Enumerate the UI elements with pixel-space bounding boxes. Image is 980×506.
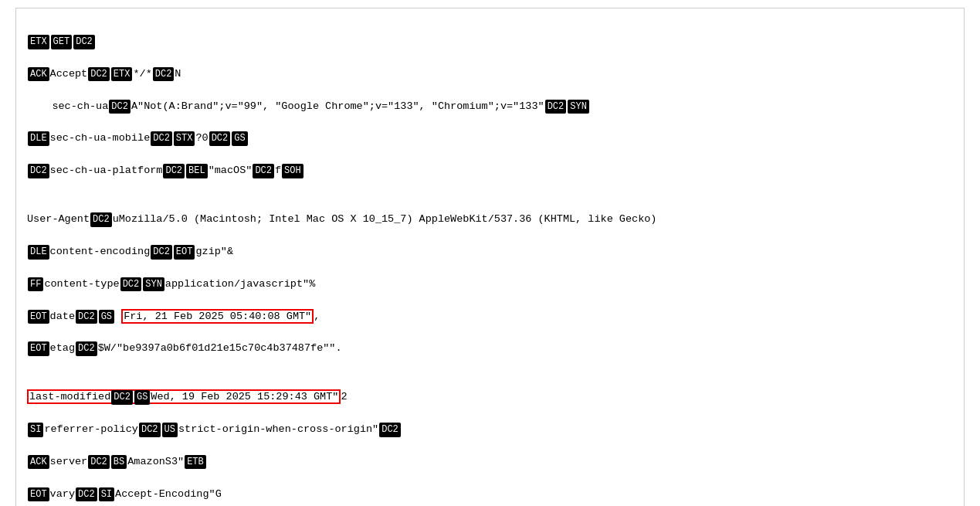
badge-dc2-9: DC2 [163,164,185,178]
highlight-last-modified: last-modifiedDC2GSWed, 19 Feb 2025 15:29… [27,389,341,404]
code-block: ETXGETDC2 ACKAcceptDC2ETX*/*DC2N sec-ch-… [15,8,965,506]
badge-dc2-18: DC2 [379,423,401,437]
badge-dc2-12: DC2 [151,245,172,260]
badge-ff: FF [28,277,43,292]
badge-dc2-4: DC2 [109,100,131,114]
badge-ack-2: ACK [28,455,49,470]
badge-dle-2: DLE [28,245,49,260]
badge-eot-4: EOT [28,487,49,502]
badge-dc2-5: DC2 [545,100,567,114]
badge-syn-2: SYN [143,277,164,292]
badge-gs-3: GS [134,390,150,405]
badge-dc2-1: DC2 [73,35,95,49]
badge-dc2-14: DC2 [76,310,97,324]
badge-dc2-17: DC2 [139,423,161,437]
badge-eot: EOT [174,245,195,260]
badge-eot-3: EOT [28,341,49,356]
badge-si: SI [28,423,43,437]
badge-dc2-20: DC2 [76,487,97,502]
badge-dc2-13: DC2 [120,277,142,292]
badge-syn: SYN [568,100,589,114]
badge-si-2: SI [99,487,114,502]
badge-dc2-8: DC2 [28,164,49,178]
badge-dc2-15: DC2 [76,341,97,356]
badge-ack: ACK [28,67,49,82]
badge-dle: DLE [28,131,49,146]
badge-stx: STX [174,131,195,146]
badge-gs-2: GS [99,310,114,324]
badge-us: US [162,423,178,437]
badge-dc2-6: DC2 [151,131,172,146]
badge-soh: SOH [282,164,303,178]
badge-eot-2: EOT [28,310,49,324]
badge-gs: GS [232,131,247,146]
badge-dc2-11: DC2 [90,212,112,227]
badge-dc2-7: DC2 [209,131,231,146]
badge-get: GET [51,35,73,49]
badge-bel: BEL [186,164,208,178]
badge-bs: BS [111,455,127,470]
badge-dc2-19: DC2 [88,455,110,470]
badge-dc2-3: DC2 [153,67,175,82]
badge-etx-2: ETX [111,67,133,82]
highlight-date: Fri, 21 Feb 2025 05:40:08 GMT" [121,309,314,324]
badge-dc2-16: DC2 [111,390,133,405]
badge-etx: ETX [28,35,49,49]
badge-dc2-2: DC2 [88,67,110,82]
badge-etb: ETB [185,455,206,470]
badge-dc2-10: DC2 [253,164,274,178]
